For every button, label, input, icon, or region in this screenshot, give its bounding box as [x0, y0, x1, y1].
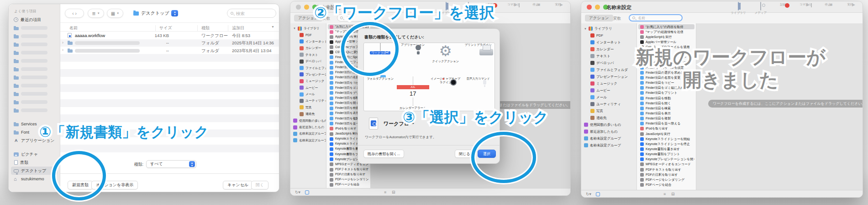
- table-row[interactable]: › -- フォルダ 2023年5月4日 13:04: [60, 47, 279, 54]
- action-row[interactable]: Keynoteスライドショーを開始: [638, 136, 694, 141]
- group-by-button[interactable]: ▦▼: [107, 9, 123, 18]
- footer-workflow-icon[interactable]: [596, 192, 600, 196]
- library-category[interactable]: ▼ ファイルとフォルダ: [290, 65, 326, 71]
- column-header-date[interactable]: 追加日: [232, 25, 244, 31]
- action-row[interactable]: AppleScriptを実行: [638, 34, 694, 39]
- action-row[interactable]: PDFテキストを取り出す: [328, 167, 369, 172]
- list-view-toggle-icon[interactable]: ≡: [663, 192, 666, 196]
- footer-gear-icon[interactable]: ↻▾: [586, 192, 591, 196]
- tab-variables[interactable]: 変数: [613, 16, 621, 22]
- sidebar-item[interactable]: [11, 98, 58, 106]
- tab-actions[interactable]: アクション: [585, 15, 613, 22]
- library-category[interactable]: ▼ 名称未設定グループ: [581, 135, 637, 142]
- library-category[interactable]: ▼ ムービー: [290, 85, 326, 91]
- action-row[interactable]: PDFページを結合: [328, 182, 369, 187]
- library-category[interactable]: ▼ デベロッパ: [290, 58, 326, 65]
- library-category[interactable]: ▼ ユーティリティ: [290, 97, 326, 104]
- action-row[interactable]: PDFの注釈を取り出す: [328, 172, 369, 177]
- library-category[interactable]: ▼ 名称未設定グループ: [581, 142, 637, 149]
- action-row[interactable]: PDFの注釈を取り出す: [638, 172, 694, 177]
- disclosure-chevron-icon[interactable]: ▼: [584, 27, 587, 30]
- library-category[interactable]: ▼ PDF: [290, 32, 326, 38]
- open-existing-document-button[interactable]: 既存の書類を開く...: [363, 150, 404, 158]
- library-category[interactable]: ▼ ライブラリ: [581, 25, 637, 32]
- document-type-cell[interactable]: フォルダアクション: [364, 77, 397, 111]
- sidebar-item[interactable]: suzukimemo: [11, 175, 58, 183]
- library-category[interactable]: ▼ 連絡先: [290, 111, 326, 117]
- library-category[interactable]: ▼ ライブラリ: [290, 25, 326, 32]
- action-row[interactable]: PDFページをレンダリング: [638, 177, 694, 182]
- back-icon[interactable]: ‹: [72, 11, 74, 16]
- detail-view-toggle-icon[interactable]: ⊟: [671, 192, 675, 196]
- action-search-field[interactable]: [629, 14, 683, 22]
- library-category[interactable]: ▼ インターネット: [581, 39, 637, 46]
- sort-chevron-icon[interactable]: ▼: [271, 25, 274, 28]
- document-type-cell[interactable]: 音声入力コマンド: [462, 77, 495, 111]
- action-row[interactable]: Appleバー管理ツール: [638, 39, 694, 44]
- action-row[interactable]: PDFページをレンダリング: [328, 177, 369, 182]
- sidebar-item[interactable]: [11, 65, 58, 73]
- document-type-cell[interactable]: カレンダーアラーム: [397, 77, 430, 111]
- library-category[interactable]: ▼ 連絡先: [581, 114, 637, 121]
- document-type-cell[interactable]: アプリケーション: [397, 43, 430, 77]
- close-icon[interactable]: [296, 5, 301, 10]
- library-category[interactable]: ▼ 使用回数の多いもの: [581, 121, 637, 128]
- action-row[interactable]: Finder項目を開く: [638, 101, 694, 106]
- sidebar-item[interactable]: [11, 81, 58, 90]
- footer-gear-icon[interactable]: ↻▾: [295, 190, 300, 194]
- sidebar-item[interactable]: [11, 32, 58, 40]
- action-row[interactable]: Finder項目を表示: [638, 111, 694, 116]
- library-category[interactable]: ▼ プレゼンテーション: [290, 71, 326, 78]
- library-category[interactable]: ▼ ミュージック: [290, 78, 326, 84]
- library-category[interactable]: ▼ 写真: [581, 108, 637, 114]
- action-row[interactable]: Keynote書類をプリント: [638, 152, 694, 157]
- action-row[interactable]: PDFページを結合: [638, 182, 694, 187]
- back-forward-buttons[interactable]: ‹ ›: [65, 9, 84, 18]
- sidebar-item[interactable]: 最近の項目: [11, 16, 58, 24]
- document-type-cell[interactable]: イメージキャプチャプラグイン: [429, 77, 462, 111]
- library-category[interactable]: ▼ ユーティリティ: [581, 101, 637, 108]
- action-row[interactable]: Finder項目を複製: [638, 116, 694, 121]
- library-category[interactable]: ▼ 最近追加したもの: [290, 124, 326, 130]
- kind-filter-popup[interactable]: すべて ▲▼: [146, 160, 196, 168]
- sidebar-item[interactable]: 書類: [11, 158, 58, 167]
- library-category[interactable]: ▼ PDF: [581, 32, 637, 39]
- action-row[interactable]: Keynote書類を書き出す: [638, 146, 694, 151]
- action-row[interactable]: PDFテキストを取り出す: [638, 167, 694, 172]
- library-category[interactable]: ▼ カレンダー: [290, 45, 326, 51]
- action-row[interactable]: Finder項目を並べ替える: [638, 121, 694, 126]
- library-category[interactable]: ▼ 名称未設定グループ: [290, 130, 326, 137]
- sidebar-item[interactable]: [11, 49, 58, 57]
- search-field[interactable]: [227, 9, 276, 18]
- view-mode-button[interactable]: ≣▼: [88, 9, 104, 18]
- library-category[interactable]: ▼ 使用回数の多いもの: [290, 117, 326, 124]
- disclosure-chevron-icon[interactable]: ›: [62, 40, 63, 45]
- library-category[interactable]: ▼ 写真: [290, 104, 326, 111]
- path-popup[interactable]: デスクトップ ▲▼: [133, 9, 178, 18]
- document-type-cell[interactable]: プリントプラグイン: [462, 43, 495, 77]
- sidebar-item[interactable]: [11, 40, 58, 49]
- library-category[interactable]: ▼ インターネット: [290, 38, 326, 45]
- open-button[interactable]: 開く: [251, 181, 268, 189]
- action-search-input[interactable]: [637, 16, 662, 21]
- action-row[interactable]: iPodを取り出す: [638, 126, 694, 131]
- sidebar-item[interactable]: [11, 106, 58, 114]
- library-category[interactable]: ▼ メール: [581, 94, 637, 101]
- library-category[interactable]: ▼ メール: [290, 91, 326, 97]
- footer-workflow-icon[interactable]: [305, 190, 309, 194]
- library-category[interactable]: ▼ 名称未設定グループ: [290, 137, 326, 144]
- sidebar-item[interactable]: ピクチャ: [11, 150, 58, 158]
- action-row[interactable]: Finder項目を移動: [638, 96, 694, 101]
- close-icon[interactable]: [587, 5, 592, 10]
- sidebar-item[interactable]: [11, 90, 58, 98]
- list-view-toggle-icon[interactable]: ≡: [384, 190, 386, 194]
- document-type-cell[interactable]: クイックアクション: [429, 43, 462, 77]
- search-input[interactable]: [235, 11, 267, 16]
- sidebar-item[interactable]: [11, 73, 58, 81]
- sidebar-item[interactable]: [11, 24, 58, 32]
- column-header-kind[interactable]: 種類: [201, 25, 210, 31]
- library-category[interactable]: ▼ 最近追加したもの: [581, 128, 637, 135]
- disclosure-chevron-icon[interactable]: ›: [62, 48, 63, 52]
- table-row[interactable]: › -- フォルダ 2025年3月14日 14:36: [60, 39, 279, 47]
- library-category[interactable]: ▼ テキスト: [290, 52, 326, 58]
